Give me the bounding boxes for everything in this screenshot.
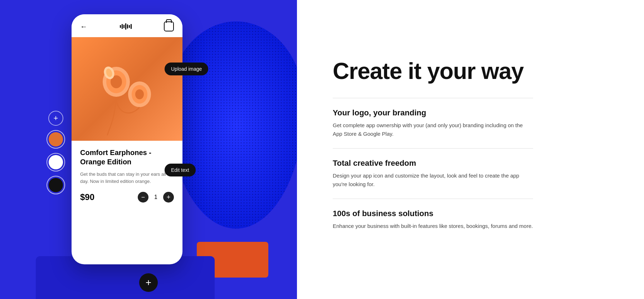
speaker-decoration: [168, 21, 297, 229]
quantity-value: 1: [154, 194, 157, 200]
divider-2: [333, 199, 533, 199]
phone-mockup: ←: [72, 14, 182, 264]
color-swatch-orange[interactable]: [47, 130, 65, 149]
waveform-icon: [120, 23, 132, 30]
feature-branding: Your logo, your branding Get complete ap…: [333, 108, 533, 138]
divider-top: [333, 98, 533, 98]
phone-content: Comfort Earphones - Orange Edition Get t…: [72, 141, 182, 210]
color-panel: +: [47, 111, 65, 194]
price-row: $90 − 1 +: [80, 192, 174, 203]
back-button[interactable]: ←: [80, 23, 87, 31]
product-description: Get the buds that can stay in your ears …: [80, 171, 174, 185]
swatch-black-inner: [49, 178, 63, 192]
feature-creative-title: Total creative freedom: [333, 159, 533, 168]
color-swatch-white-container: [47, 153, 65, 171]
content-area: Create it your way Your logo, your brand…: [333, 59, 533, 240]
main-title: Create it your way: [333, 59, 533, 84]
right-panel: Create it your way Your logo, your brand…: [297, 0, 644, 299]
color-swatch-black[interactable]: [47, 176, 65, 194]
product-image: [72, 37, 182, 141]
fab-button[interactable]: +: [139, 273, 158, 292]
color-swatch-white[interactable]: [47, 153, 65, 171]
color-swatch-orange-container: [47, 130, 65, 149]
phone-header: ←: [72, 14, 182, 37]
cart-icon[interactable]: [164, 21, 174, 31]
speaker-dots: [168, 21, 297, 229]
feature-branding-desc: Get complete app ownership with your (an…: [333, 121, 533, 138]
upload-image-tooltip[interactable]: Upload image: [165, 63, 208, 75]
quantity-minus-button[interactable]: −: [138, 192, 148, 203]
feature-business: 100s of business solutions Enhance your …: [333, 209, 533, 230]
edit-text-tooltip[interactable]: Edit text: [165, 164, 196, 176]
swatch-orange-inner: [49, 132, 63, 146]
left-panel: ←: [0, 0, 297, 299]
feature-business-title: 100s of business solutions: [333, 209, 533, 218]
divider-1: [333, 148, 533, 149]
earphones-illustration: [80, 43, 174, 135]
feature-creative-desc: Design your app icon and customize the l…: [333, 171, 533, 189]
product-price: $90: [80, 192, 94, 202]
product-title: Comfort Earphones - Orange Edition: [80, 148, 174, 166]
quantity-plus-button[interactable]: +: [163, 192, 174, 203]
feature-creative: Total creative freedom Design your app i…: [333, 159, 533, 189]
add-color-button[interactable]: +: [48, 111, 63, 126]
quantity-control: − 1 +: [138, 192, 174, 203]
feature-branding-title: Your logo, your branding: [333, 108, 533, 118]
svg-point-5: [135, 89, 144, 99]
feature-business-desc: Enhance your business with built-in feat…: [333, 222, 533, 230]
swatch-white-inner: [49, 155, 63, 169]
color-swatch-black-container: [47, 176, 65, 194]
